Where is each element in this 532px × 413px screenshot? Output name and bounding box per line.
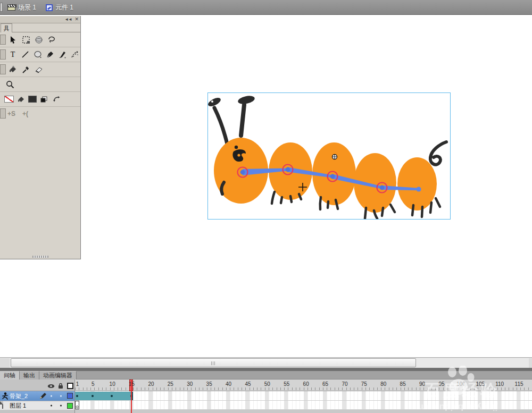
horizontal-scrollbar[interactable]	[0, 357, 532, 368]
layer-outline-color[interactable]	[67, 393, 73, 399]
frames-area[interactable]: 1510152025303540455055606570758085909510…	[75, 380, 532, 413]
cut-tool-box	[0, 35, 6, 45]
tools-panel-tab[interactable]: 具	[0, 23, 80, 32]
ruler-number: 75	[361, 381, 367, 387]
snap-option-icon[interactable]: +(	[22, 110, 28, 117]
tool-row: T	[0, 47, 80, 62]
pose-keyframe-dot[interactable]	[111, 395, 113, 397]
tool-row	[0, 62, 80, 77]
cut-tool-box	[0, 49, 6, 60]
eye	[235, 146, 238, 149]
playhead-line[interactable]	[131, 380, 132, 413]
panel-resize-grip[interactable]	[32, 256, 48, 258]
zoom-tool-icon[interactable]	[4, 79, 15, 90]
deco-tool-icon[interactable]	[70, 49, 80, 60]
collapse-panel-icon[interactable]: ◄◄	[64, 17, 72, 22]
registration-point-icon	[332, 155, 337, 159]
ruler-number: 80	[380, 381, 386, 387]
layer-row-normal[interactable]: 图层 1	[0, 401, 74, 410]
tools-panel-tab-label: 具	[1, 23, 12, 32]
layer-outline-color[interactable]	[67, 403, 73, 409]
outline-square-icon[interactable]	[67, 382, 73, 391]
cut-tool-box	[0, 64, 6, 74]
ruler-number: 40	[226, 381, 231, 387]
show-hide-eye-icon[interactable]	[47, 382, 55, 391]
ruler-number: 5	[92, 381, 95, 387]
symbol-tab-label: 元件 1	[55, 3, 73, 12]
black-white-icon[interactable]	[38, 94, 49, 105]
swap-colors-icon[interactable]	[51, 94, 62, 105]
armature-frame-row[interactable]	[75, 391, 532, 401]
tools-panel-header: ◄◄ ✕	[0, 16, 80, 23]
scrollbar-thumb[interactable]	[11, 358, 416, 367]
oval-tool-icon[interactable]	[32, 49, 43, 60]
cut-option-box	[0, 108, 6, 119]
symbol-tab[interactable]: 元件 1	[46, 0, 73, 15]
ruler-number: 35	[206, 381, 212, 387]
pose-keyframe-dot[interactable]	[76, 395, 78, 397]
timeline-tab-间轴[interactable]: 间轴	[0, 371, 20, 380]
pose-keyframe-dot[interactable]	[92, 395, 94, 397]
layer1-frame-row[interactable]	[75, 401, 532, 410]
layer-name[interactable]: 图层 1	[10, 402, 26, 410]
close-panel-icon[interactable]: ✕	[74, 16, 79, 22]
right-antenna-tip	[237, 95, 255, 105]
frame-ruler[interactable]: 1510152025303540455055606570758085909510…	[75, 380, 532, 391]
ruler-number: 55	[284, 381, 289, 387]
layer-list: 骨架_2 图层 1	[0, 380, 75, 413]
layer-name[interactable]: 骨架_2	[10, 392, 28, 400]
ruler-number: 30	[187, 381, 193, 387]
armature-layer-icon	[2, 392, 8, 400]
clapperboard-icon	[7, 4, 15, 11]
edit-bar: 场景 1 元件 1	[0, 0, 532, 15]
stage-canvas[interactable]	[207, 92, 451, 220]
ruler-number: 100	[456, 381, 466, 387]
ruler-ticks	[75, 387, 532, 390]
tool-row	[0, 77, 80, 92]
timeline-tab-bar: 间轴输出动画编辑器	[0, 371, 532, 380]
left-antenna	[214, 108, 228, 146]
scene-tab[interactable]: 场景 1	[7, 0, 36, 15]
ruler-number: 10	[110, 381, 115, 387]
ruler-number: 45	[245, 381, 251, 387]
fill-color-swatch[interactable]	[28, 96, 37, 103]
3d-rotation-tool-icon[interactable]	[33, 34, 44, 45]
stroke-color-swatch[interactable]	[4, 96, 14, 103]
pen-tool-icon[interactable]	[45, 49, 55, 60]
brush-tool-icon[interactable]	[57, 49, 68, 60]
free-transform-tool-icon[interactable]	[20, 34, 31, 45]
mouth-hole	[237, 154, 240, 156]
symbol-icon	[46, 4, 53, 11]
lock-dot[interactable]	[60, 405, 62, 407]
eraser-tool-icon[interactable]	[33, 64, 44, 75]
eyedropper-tool-icon[interactable]	[20, 64, 31, 75]
fill-bucket-icon	[15, 94, 27, 105]
timeline-panel: 间轴输出动画编辑器 骨架_2	[0, 371, 532, 413]
edit-pencil-icon	[39, 392, 47, 401]
edit-bar-back-button[interactable]	[0, 3, 3, 12]
armature-pose-span[interactable]	[75, 392, 133, 400]
ruler-number: 90	[419, 381, 425, 387]
paint-bucket-tool-icon[interactable]	[7, 64, 19, 75]
right-antenna	[241, 105, 244, 136]
timeline-tab-输出[interactable]: 输出	[20, 371, 39, 380]
selection-tool-icon[interactable]	[7, 34, 19, 45]
ruler-number: 105	[476, 381, 485, 387]
layer-row-armature[interactable]: 骨架_2	[0, 391, 74, 401]
antenna-notch	[211, 100, 213, 103]
visibility-dot[interactable]	[51, 405, 52, 407]
ruler-number: 20	[148, 381, 154, 387]
snap-option-icon[interactable]: +S	[7, 110, 15, 117]
ruler-number: 50	[264, 381, 270, 387]
lasso-tool-icon[interactable]	[46, 34, 57, 45]
visibility-dot[interactable]	[51, 395, 52, 397]
ruler-number: 60	[303, 381, 309, 387]
empty-keyframe[interactable]	[75, 401, 79, 409]
text-tool-icon[interactable]: T	[7, 49, 18, 60]
timeline-tab-动画编辑器[interactable]: 动画编辑器	[39, 371, 77, 380]
lock-dot[interactable]	[60, 395, 62, 397]
ruler-number: 25	[168, 381, 173, 387]
line-tool-icon[interactable]	[20, 49, 30, 60]
lock-icon[interactable]	[57, 382, 64, 391]
ruler-number: 115	[515, 381, 523, 387]
